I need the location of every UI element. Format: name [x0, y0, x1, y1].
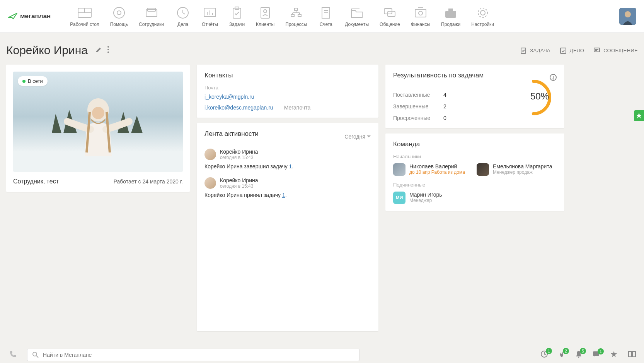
svg-rect-20 [298, 14, 301, 17]
svg-point-37 [480, 10, 485, 15]
svg-rect-32 [415, 9, 426, 17]
more-icon[interactable] [107, 46, 109, 55]
chevron-down-icon [367, 135, 371, 138]
email-link-2[interactable]: i.koreiko@desc.megaplan.ru [204, 104, 273, 111]
profile-card: В сети Сотрудник, тест Работает с 24 мар… [6, 65, 190, 192]
nav-processes[interactable]: Процессы [285, 5, 307, 27]
nav-settings[interactable]: Настройки [471, 5, 494, 27]
activity-item: Корейко Иринасегодня в 15:43 Корейко Ири… [204, 177, 371, 198]
team-person[interactable]: МИ Марин ИгорьМенеджер [393, 192, 470, 204]
activity-time: сегодня в 15:43 [220, 183, 258, 189]
logo-text: мегаплан [20, 12, 51, 20]
team-person[interactable]: Емельянова МаргаритаМенеджер продаж [477, 163, 554, 176]
search-box[interactable] [27, 349, 359, 361]
activity-text: Корейко Ирина принял задачу 1. [204, 192, 371, 198]
nav-chat[interactable]: Общение [380, 5, 400, 27]
svg-point-62 [578, 357, 579, 358]
nav-tasks[interactable]: Задачи [229, 5, 245, 27]
nav-finance[interactable]: Финансы [411, 5, 430, 27]
person-avatar: МИ [393, 192, 405, 204]
svg-rect-45 [561, 48, 566, 53]
nav-help[interactable]: Помощь [110, 5, 128, 27]
online-badge: В сети [18, 76, 48, 86]
email-link-1[interactable]: i_koreyka@mgpln.ru [204, 94, 371, 100]
svg-rect-35 [446, 11, 456, 17]
contacts-card: Контакты Почта i_koreyka@mgpln.ru i.kore… [197, 65, 378, 118]
performance-card: Результативность по задачам Поставленные… [385, 65, 564, 128]
team-card: Команда Начальники Николаев Валерийдо 10… [385, 134, 564, 211]
nav-clients[interactable]: Клиенты [256, 5, 274, 27]
activity-filter[interactable]: Сегодня [344, 134, 371, 140]
calendar-check-icon [560, 47, 567, 54]
feedback-tab[interactable] [634, 110, 644, 121]
star-icon [636, 113, 642, 119]
top-navigation: мегаплан Рабочий стол Помощь Сотрудники … [0, 0, 644, 33]
svg-point-38 [478, 8, 487, 17]
svg-point-42 [107, 49, 109, 50]
svg-line-9 [183, 13, 185, 14]
task-link[interactable]: 1 [282, 192, 285, 198]
svg-rect-18 [295, 8, 298, 10]
svg-point-3 [114, 7, 124, 18]
subs-label: Подчиненные [393, 182, 557, 188]
phone-icon[interactable] [9, 350, 17, 360]
nav-invoices[interactable]: Счета [318, 5, 334, 27]
logo-icon [8, 12, 18, 21]
fire-icon[interactable]: 2 [558, 350, 565, 360]
mail-label: Почта [204, 85, 371, 91]
chat-icon[interactable]: 1 [592, 351, 600, 359]
create-deal-button[interactable]: ДЕЛО [560, 47, 584, 54]
svg-point-54 [92, 107, 104, 119]
nav-employees[interactable]: Сотрудники [139, 5, 164, 27]
activity-avatar [204, 177, 216, 189]
book-icon[interactable] [628, 351, 636, 359]
page-title: Корейко Ирина [6, 44, 88, 57]
performance-title: Результативность по задачам [393, 72, 484, 79]
nav-documents[interactable]: Документы [345, 5, 369, 27]
svg-line-60 [36, 356, 38, 358]
svg-point-40 [625, 11, 631, 17]
create-message-button[interactable]: СООБЩЕНИЕ [593, 47, 638, 54]
contacts-title: Контакты [204, 72, 371, 79]
activity-time: сегодня в 15:43 [220, 155, 258, 160]
svg-point-59 [33, 352, 37, 356]
activity-text: Корейко Ирина завершил задачу 1. [204, 163, 371, 170]
user-avatar[interactable] [619, 8, 636, 25]
activity-avatar [204, 149, 216, 160]
search-input[interactable] [43, 352, 354, 358]
create-task-button[interactable]: ЗАДАЧА [520, 47, 550, 54]
svg-point-43 [107, 51, 109, 53]
bell-icon[interactable]: 5 [575, 350, 582, 360]
activity-author: Корейко Ирина [220, 149, 258, 155]
star-icon[interactable] [610, 350, 618, 360]
nav-menu: Рабочий стол Помощь Сотрудники Дела Отчё… [70, 5, 619, 27]
nav-deals[interactable]: Дела [175, 5, 191, 27]
work-since: Работает с 24 марта 2020 г. [114, 178, 183, 185]
svg-point-33 [419, 11, 423, 15]
edit-icon[interactable] [95, 46, 102, 55]
team-person[interactable]: Николаев Валерийдо 10 апр Работа из дома [393, 163, 470, 176]
activity-author: Корейко Ирина [220, 177, 258, 183]
bottom-bar: 1 2 5 1 [0, 347, 644, 363]
profile-photo: В сети [13, 72, 183, 172]
nav-desktop[interactable]: Рабочий стол [70, 5, 99, 27]
svg-point-41 [107, 46, 109, 48]
profile-role: Сотрудник, тест [13, 178, 59, 185]
megapochta-label: Мегапочта [284, 104, 311, 111]
svg-point-17 [264, 10, 267, 13]
logo[interactable]: мегаплан [8, 12, 51, 21]
page-header: Корейко Ирина ЗАДАЧА ДЕЛО СООБЩЕНИЕ [0, 33, 644, 57]
svg-point-57 [553, 79, 554, 79]
history-icon[interactable]: 1 [540, 350, 548, 360]
person-avatar [477, 163, 489, 176]
activity-title: Лента активности [204, 130, 259, 138]
search-icon [32, 351, 39, 358]
svg-rect-19 [291, 14, 294, 17]
nav-sales[interactable]: Продажи [441, 5, 460, 27]
svg-rect-36 [449, 9, 453, 11]
clipboard-icon [520, 47, 527, 54]
activity-card: Лента активности Сегодня Корейко Иринасе… [197, 123, 378, 331]
bosses-label: Начальники [393, 154, 557, 159]
team-title: Команда [393, 140, 557, 148]
nav-reports[interactable]: Отчёты [202, 5, 218, 27]
